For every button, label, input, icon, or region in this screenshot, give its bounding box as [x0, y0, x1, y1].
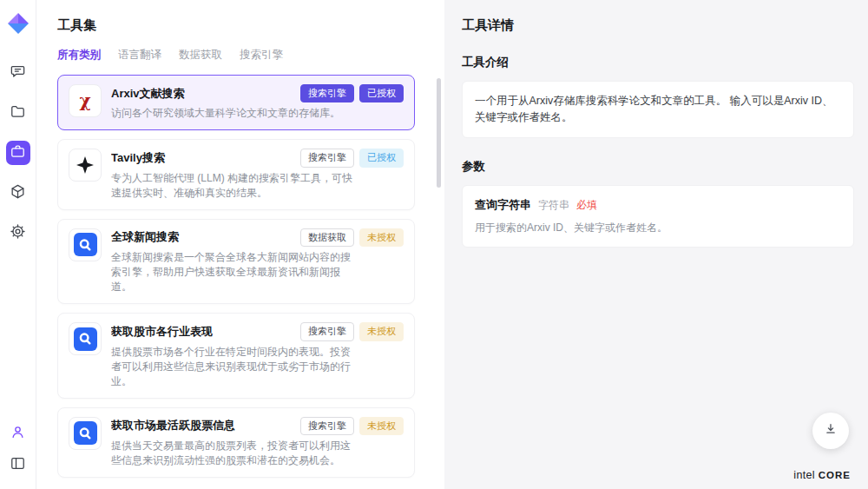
tool-description: 访问各个研究领域大量科学论文和文章的存储库。	[111, 106, 354, 121]
tool-name: Tavily搜索	[111, 150, 295, 166]
sidebar-item-chat[interactable]	[6, 61, 30, 85]
download-icon	[823, 421, 838, 440]
category-tag: 搜索引擎	[300, 417, 354, 435]
tool-intro-text: 一个用于从Arxiv存储库搜索科学论文和文章的工具。 输入可以是Arxiv ID…	[462, 81, 854, 138]
sidebar-item-settings[interactable]	[6, 221, 30, 245]
sidebar-item-tools[interactable]	[6, 141, 30, 165]
auth-status-badge: 未授权	[359, 417, 404, 435]
category-tag: 搜索引擎	[300, 84, 354, 102]
category-tag: 搜索引擎	[300, 322, 354, 340]
tool-list-panel: 工具集 所有类别 语言翻译 数据获取 搜索引擎 χ Arxiv文献搜索 搜索引擎…	[36, 0, 444, 489]
sidebar-item-collapse[interactable]	[6, 453, 30, 477]
tool-description: 提供当天交易量最高的股票列表，投资者可以利用这些信息来识别流动性强的股票和潜在的…	[111, 439, 354, 468]
intel-logo-text: intel	[793, 469, 814, 481]
folder-icon	[10, 103, 26, 123]
category-tag: 数据获取	[300, 228, 354, 247]
tool-card-sector-performance[interactable]: 获取股市各行业表现 搜索引擎 未授权 提供股票市场各个行业在特定时间段内的表现。…	[57, 313, 415, 398]
tool-description: 全球新闻搜索是一个聚合全球各大新闻网站内容的搜索引擎，帮助用户快速获取全球最新资…	[111, 250, 354, 294]
tool-name: 获取市场最活跃股票信息	[111, 418, 295, 433]
auth-status-badge: 已授权	[359, 84, 404, 102]
cube-icon	[10, 183, 26, 203]
tab-all-categories[interactable]: 所有类别	[57, 48, 101, 63]
intro-section-title: 工具介绍	[462, 55, 854, 70]
tab-data-fetch[interactable]: 数据获取	[179, 48, 222, 63]
core-logo-text: CORE	[819, 470, 851, 480]
intel-core-logo: intel CORE	[793, 469, 851, 481]
scrollbar-thumb[interactable]	[437, 78, 441, 188]
tool-card-global-news[interactable]: 全球新闻搜索 数据获取 未授权 全球新闻搜索是一个聚合全球各大新闻网站内容的搜索…	[57, 219, 415, 304]
param-card: 查询字符串 字符串 必填 用于搜索的Arxiv ID、关键字或作者姓名。	[462, 185, 854, 248]
param-description: 用于搜索的Arxiv ID、关键字或作者姓名。	[475, 221, 841, 235]
sidebar	[0, 0, 36, 489]
param-required-badge: 必填	[576, 198, 597, 213]
tool-card-arxiv[interactable]: χ Arxiv文献搜索 搜索引擎 已授权 访问各个研究领域大量科学论文和文章的存…	[57, 75, 415, 130]
sidebar-item-plugins[interactable]	[6, 181, 30, 205]
tool-name: 获取股市各行业表现	[111, 324, 295, 340]
tool-name: 全球新闻搜索	[111, 229, 295, 245]
tab-search-engine[interactable]: 搜索引擎	[240, 48, 283, 63]
app-window: 工具集 所有类别 语言翻译 数据获取 搜索引擎 χ Arxiv文献搜索 搜索引擎…	[0, 0, 868, 489]
panel-icon	[10, 455, 26, 475]
param-type: 字符串	[538, 198, 569, 213]
user-icon	[10, 424, 26, 444]
briefcase-icon	[10, 143, 26, 163]
auth-status-badge: 未授权	[359, 322, 404, 340]
page-title: 工具集	[57, 17, 444, 34]
param-name: 查询字符串	[475, 197, 531, 213]
arxiv-glyph: χ	[79, 90, 90, 111]
arxiv-icon: χ	[69, 84, 102, 117]
tool-detail-panel: 工具详情 工具介绍 一个用于从Arxiv存储库搜索科学论文和文章的工具。 输入可…	[444, 0, 868, 489]
tool-card-active-stocks[interactable]: 获取市场最活跃股票信息 搜索引擎 未授权 提供当天交易量最高的股票列表，投资者可…	[57, 407, 415, 478]
gear-icon	[10, 223, 26, 243]
tool-card-tavily[interactable]: Tavily搜索 搜索引擎 已授权 专为人工智能代理 (LLM) 构建的搜索引擎…	[57, 139, 415, 209]
star-icon	[69, 149, 102, 182]
tab-translation[interactable]: 语言翻译	[118, 48, 161, 63]
category-tabs: 所有类别 语言翻译 数据获取 搜索引擎	[57, 48, 444, 63]
category-tag: 搜索引擎	[300, 149, 354, 167]
sidebar-item-user[interactable]	[6, 421, 30, 446]
q-logo-icon	[69, 228, 102, 261]
app-logo-icon	[7, 12, 30, 35]
auth-status-badge: 未授权	[359, 228, 404, 247]
tool-card-list: χ Arxiv文献搜索 搜索引擎 已授权 访问各个研究领域大量科学论文和文章的存…	[57, 75, 444, 486]
detail-title: 工具详情	[462, 17, 854, 34]
sidebar-bottom	[6, 421, 30, 477]
q-logo-icon	[69, 322, 102, 355]
q-logo-icon	[69, 417, 102, 450]
download-button[interactable]	[812, 413, 849, 449]
tool-name: Arxiv文献搜索	[111, 86, 295, 102]
sidebar-item-files[interactable]	[6, 101, 30, 125]
tool-description: 专为人工智能代理 (LLM) 构建的搜索引擎工具，可快速提供实时、准确和真实的结…	[111, 171, 354, 201]
tool-description: 提供股票市场各个行业在特定时间段内的表现。投资者可以利用这些信息来识别表现优于或…	[111, 345, 354, 389]
auth-status-badge: 已授权	[359, 149, 404, 167]
params-section-title: 参数	[462, 159, 854, 175]
chat-icon	[10, 63, 26, 83]
